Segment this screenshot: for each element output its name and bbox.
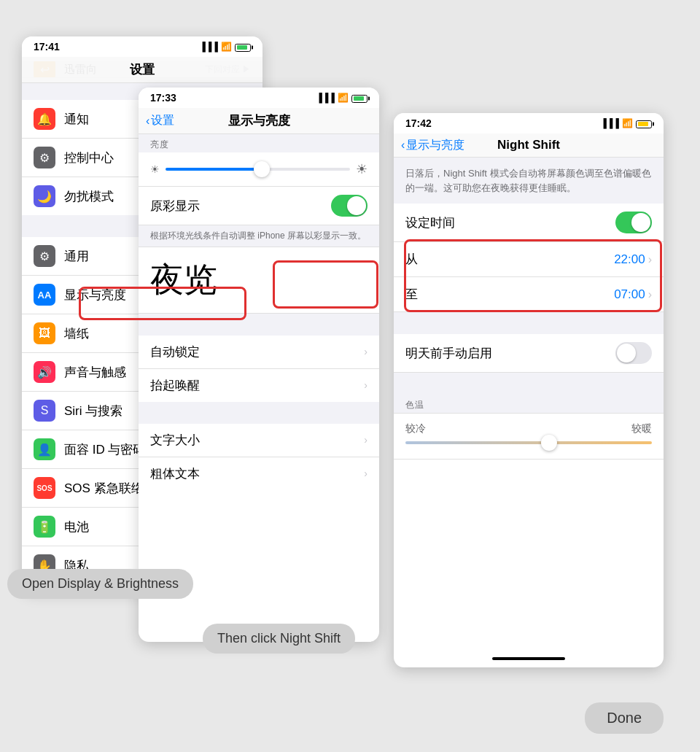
signal-icon-2: ▐▐▐: [316, 93, 335, 103]
control-center-icon: ⚙: [34, 147, 55, 168]
screen3-title: Night Shift: [497, 138, 560, 152]
from-value-row: 22:00 ›: [614, 252, 652, 267]
screen3-nightshift: 17:42 ▐▐▐ 📶 ‹ 显示与亮度 Night Shift 日落后，Nigh…: [394, 113, 664, 667]
tooltip-2: Then click Night Shift: [203, 624, 355, 654]
nav-bar-1: 设置: [22, 57, 262, 83]
row-to[interactable]: 至 07:00 ›: [394, 277, 664, 312]
textsize-label: 文字大小: [150, 432, 355, 449]
screen2-title: 显示与亮度: [228, 112, 290, 129]
manual-toggle[interactable]: [615, 342, 652, 364]
boldtext-label: 粗体文本: [150, 465, 355, 482]
row-from[interactable]: 从 22:00 ›: [394, 242, 664, 277]
to-value-row: 07:00 ›: [614, 287, 652, 302]
raisewake-label: 抬起唤醒: [150, 377, 355, 394]
brightness-slider-row: ☀ ☀: [150, 161, 368, 177]
section-lock: 自动锁定 › 抬起唤醒 ›: [139, 336, 379, 402]
section-text: 文字大小 › 粗体文本 ›: [139, 424, 379, 490]
screen1-title: 设置: [130, 61, 155, 78]
cool-label: 较冷: [405, 422, 426, 435]
autolock-label: 自动锁定: [150, 344, 355, 360]
night-shift-section: 夜览: [139, 247, 379, 314]
notifications-icon: 🔔: [34, 108, 55, 130]
sound-icon: 🔊: [34, 361, 55, 383]
brightness-slider[interactable]: [166, 162, 350, 177]
brightness-high-icon: ☀: [356, 161, 368, 177]
scheduled-toggle[interactable]: [615, 212, 652, 233]
tooltip-1: Open Display & Brightness: [7, 569, 193, 599]
brightness-low-icon: ☀: [150, 163, 160, 175]
battery-icon-1: [235, 42, 251, 52]
sos-icon: SOS: [34, 477, 55, 499]
temp-labels: 较冷 较暖: [405, 422, 652, 435]
signal-icon-3: ▐▐▐: [600, 118, 619, 128]
warm-label: 较暖: [631, 422, 652, 435]
row-raisewake[interactable]: 抬起唤醒 ›: [139, 369, 379, 402]
from-label: 从: [405, 251, 418, 268]
brightness-header: 亮度: [139, 134, 379, 152]
row-textsize[interactable]: 文字大小 ›: [139, 424, 379, 457]
siri-icon: S: [34, 400, 55, 422]
scheduled-label: 设定时间: [405, 214, 607, 231]
chevron-from: ›: [648, 253, 652, 266]
battery-row-icon: 🔋: [34, 516, 55, 538]
brightness-row: ☀ ☀: [139, 152, 379, 187]
time-1: 17:41: [34, 41, 60, 53]
row-boldtext[interactable]: 粗体文本 ›: [139, 457, 379, 490]
wifi-icon-2: 📶: [338, 93, 349, 103]
chevron-rw: ›: [364, 379, 368, 391]
night-shift-yejian: 夜览: [150, 260, 217, 298]
scheduled-section: 设定时间 从 22:00 › 至 07:00 ›: [394, 203, 664, 312]
manual-label: 明天前手动启用: [405, 345, 607, 362]
temp-header: 色温: [394, 395, 664, 413]
screen2-display: 17:33 ▐▐▐ 📶 ‹ 设置 显示与亮度 亮度: [139, 88, 379, 642]
nav-bar-3: ‹ 显示与亮度 Night Shift: [394, 133, 664, 158]
status-icons-2: ▐▐▐ 📶: [316, 93, 368, 103]
truetone-toggle[interactable]: [331, 195, 368, 217]
back-button-3[interactable]: ‹ 显示与亮度: [401, 138, 464, 153]
faceid-icon: 👤: [34, 438, 55, 460]
status-bar-2: 17:33 ▐▐▐ 📶: [139, 88, 379, 108]
night-shift-row[interactable]: 夜览: [139, 247, 379, 314]
battery-icon-3: [636, 118, 652, 128]
general-icon: ⚙: [34, 245, 55, 267]
time-2: 17:33: [150, 92, 176, 104]
temp-slider[interactable]: [405, 441, 652, 444]
home-indicator-3: [492, 657, 565, 660]
chevron-to: ›: [648, 288, 652, 301]
status-icons-3: ▐▐▐ 📶: [600, 118, 652, 128]
chevron-ts: ›: [364, 434, 368, 446]
truetone-label: 原彩显示: [150, 198, 322, 214]
chevron-al: ›: [364, 346, 368, 357]
status-bar-1: 17:41 ▐▐▐ 📶: [22, 36, 262, 57]
to-label: 至: [405, 286, 418, 303]
row-truetone[interactable]: 原彩显示: [139, 187, 379, 225]
row-scheduled[interactable]: 设定时间: [394, 203, 664, 242]
wifi-icon: 📶: [221, 42, 232, 52]
wallpaper-icon: 🖼: [34, 322, 55, 344]
nav-bar-2: ‹ 设置 显示与亮度: [139, 108, 379, 134]
back-chevron-3: ‹: [401, 139, 405, 152]
nightshift-desc: 日落后，Night Shift 模式会自动将屏幕颜色调至色谱偏暖色的一端。这可助…: [394, 158, 664, 203]
temp-row: 较冷 较暖: [394, 413, 664, 460]
display-icon: AA: [34, 284, 55, 306]
back-label-3: 显示与亮度: [406, 138, 464, 153]
auto-desc: 根据环境光线条件自动调整 iPhone 屏幕以彩显示一致。: [139, 225, 379, 247]
status-icons-1: ▐▐▐ 📶: [199, 42, 251, 52]
row-manual[interactable]: 明天前手动启用: [394, 334, 664, 373]
back-label-2: 设置: [151, 113, 174, 128]
dnd-icon: 🌙: [34, 185, 55, 207]
chevron-bt: ›: [364, 468, 368, 479]
back-chevron-2: ‹: [146, 115, 149, 128]
battery-icon-2: [351, 93, 368, 103]
back-button-2[interactable]: ‹ 设置: [146, 113, 174, 128]
to-value: 07:00: [614, 287, 645, 302]
time-3: 17:42: [405, 117, 432, 129]
row-autolock[interactable]: 自动锁定 ›: [139, 336, 379, 369]
done-button[interactable]: Done: [585, 702, 664, 734]
wifi-icon-3: 📶: [622, 118, 633, 128]
status-bar-3: 17:42 ▐▐▐ 📶: [394, 113, 664, 133]
from-value: 22:00: [614, 252, 645, 267]
signal-icon: ▐▐▐: [199, 42, 218, 52]
